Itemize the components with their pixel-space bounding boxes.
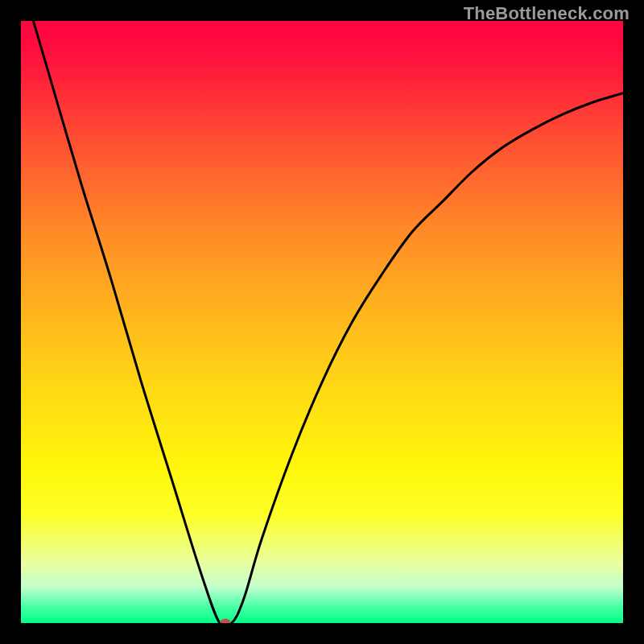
chart-frame: TheBottleneck.com [0, 0, 644, 644]
optimal-point-marker [221, 619, 231, 624]
watermark-text: TheBottleneck.com [464, 3, 630, 24]
plot-area [21, 21, 623, 623]
bottleneck-curve [21, 21, 623, 623]
